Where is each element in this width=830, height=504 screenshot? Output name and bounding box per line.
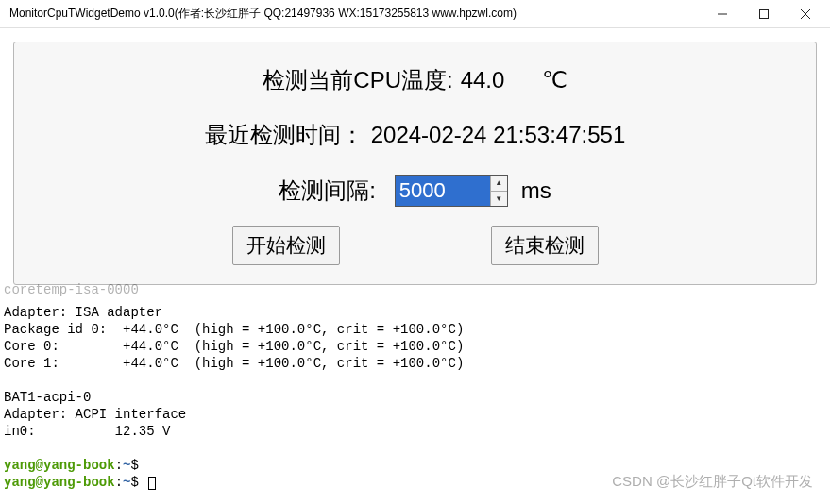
maximize-button[interactable] [743, 1, 785, 27]
terminal-line: Package id 0: +44.0°C (high = +100.0°C, … [4, 322, 464, 337]
temperature-value: 44.0 [461, 67, 512, 93]
terminal-line: Adapter: ISA adapter [4, 305, 162, 320]
terminal-line: in0: 12.35 V [4, 424, 170, 439]
app-window: MonitorCpuTWidgetDemo v1.0.0(作者:长沙红胖子 QQ… [0, 0, 830, 504]
window-title: MonitorCpuTWidgetDemo v1.0.0(作者:长沙红胖子 QQ… [9, 6, 702, 22]
minimize-button[interactable] [702, 1, 743, 27]
cursor-icon [148, 477, 156, 490]
spin-up-button[interactable]: ▲ [491, 176, 507, 192]
prompt-char: $ [130, 475, 138, 490]
spin-buttons: ▲ ▼ [490, 176, 507, 206]
time-value: 2024-02-24 21:53:47:551 [371, 122, 626, 148]
temperature-unit: ℃ [542, 67, 567, 93]
close-icon [801, 9, 810, 19]
watermark: CSDN @长沙红胖子Qt软件开发 [612, 473, 813, 491]
svg-rect-1 [760, 9, 769, 18]
spin-down-button[interactable]: ▼ [491, 192, 507, 207]
titlebar: MonitorCpuTWidgetDemo v1.0.0(作者:长沙红胖子 QQ… [0, 0, 830, 28]
time-row: 最近检测时间： 2024-02-24 21:53:47:551 [37, 120, 793, 150]
close-button[interactable] [785, 1, 826, 27]
interval-label: 检测间隔: [279, 176, 376, 206]
maximize-icon [759, 9, 769, 19]
terminal-line: Core 1: +44.0°C (high = +100.0°C, crit =… [4, 356, 464, 371]
stop-button[interactable]: 结束检测 [491, 226, 599, 265]
terminal-line: coretemp-isa-0000 [4, 282, 139, 297]
terminal-line: BAT1-acpi-0 [4, 390, 91, 405]
interval-row: 检测间隔: ▲ ▼ ms [37, 175, 793, 207]
time-label: 最近检测时间： [205, 120, 364, 150]
prompt-sep: : [115, 475, 123, 490]
button-row: 开始检测 结束检测 [37, 226, 793, 265]
terminal-output: coretemp-isa-0000 Adapter: ISA adapter P… [0, 285, 830, 491]
prompt-sep: : [115, 458, 123, 473]
prompt-user: yang@yang-book [4, 458, 115, 473]
main-panel: 检测当前CPU温度: 44.0 ℃ 最近检测时间： 2024-02-24 21:… [13, 42, 817, 285]
window-controls [702, 1, 826, 27]
start-button[interactable]: 开始检测 [232, 226, 340, 265]
prompt-char: $ [130, 458, 138, 473]
temperature-row: 检测当前CPU温度: 44.0 ℃ [37, 65, 793, 95]
terminal-line: Core 0: +44.0°C (high = +100.0°C, crit =… [4, 339, 464, 354]
interval-input[interactable] [396, 176, 490, 206]
interval-spinbox[interactable]: ▲ ▼ [395, 175, 508, 207]
minimize-icon [718, 9, 727, 19]
interval-unit: ms [521, 177, 551, 204]
temperature-label: 检测当前CPU温度: [263, 65, 452, 95]
prompt-user: yang@yang-book [4, 475, 115, 490]
terminal-line: Adapter: ACPI interface [4, 407, 186, 422]
